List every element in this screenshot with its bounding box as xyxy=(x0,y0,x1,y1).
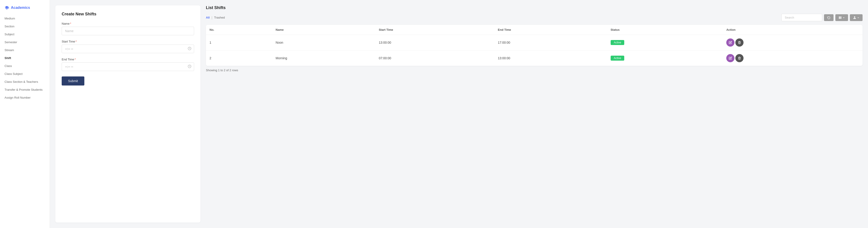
table-footer: Showing 1 to 2 of 2 rows xyxy=(206,66,863,73)
edit-button[interactable] xyxy=(726,38,735,47)
sidebar-item-medium[interactable]: Medium xyxy=(0,14,50,23)
submit-button[interactable]: Submit xyxy=(62,76,84,85)
sidebar-item-semester[interactable]: Semester xyxy=(0,38,50,46)
filter-links: All | Trashed xyxy=(206,16,225,20)
name-label: Name* xyxy=(62,22,194,25)
end-time-label: End Time* xyxy=(62,58,194,61)
col-header-end-time: End Time xyxy=(494,25,607,35)
sidebar-item-transfer-&-promote-students[interactable]: Transfer & Promote Students xyxy=(0,86,50,93)
status-badge: Active xyxy=(611,40,624,45)
name-input[interactable] xyxy=(62,27,194,35)
sidebar: Academics MediumSectionSubjectSemesterSt… xyxy=(0,0,50,228)
filter-all[interactable]: All xyxy=(206,16,210,19)
columns-icon xyxy=(839,16,842,19)
table-row: 1Noon13:00:0017:00:00Active xyxy=(206,35,863,50)
sidebar-item-class-subject[interactable]: Class Subject xyxy=(0,70,50,78)
export-button[interactable] xyxy=(850,14,863,21)
end-time-wrapper xyxy=(62,63,194,71)
export-icon xyxy=(853,16,856,19)
col-header-name: Name xyxy=(272,25,375,35)
search-box xyxy=(781,14,822,21)
start-time-wrapper xyxy=(62,45,194,53)
academics-icon xyxy=(4,5,9,10)
delete-button[interactable] xyxy=(735,38,744,47)
svg-rect-2 xyxy=(839,16,840,19)
sidebar-item-subject[interactable]: Subject xyxy=(0,30,50,38)
table-header: No.NameStart TimeEnd TimeStatusAction xyxy=(206,25,863,35)
status-badge: Active xyxy=(611,55,624,61)
sidebar-item-class-section-&-teachers[interactable]: Class Section & Teachers xyxy=(0,78,50,86)
edit-button[interactable] xyxy=(726,54,735,62)
filter-trashed[interactable]: Trashed xyxy=(214,16,225,19)
sidebar-item-section[interactable]: Section xyxy=(0,23,50,30)
end-time-input[interactable] xyxy=(62,63,194,71)
chevron-down-icon xyxy=(843,16,845,19)
start-time-input[interactable] xyxy=(62,45,194,53)
table-body: 1Noon13:00:0017:00:00Active2Morning07:00… xyxy=(206,35,863,66)
trash-icon xyxy=(738,56,741,60)
col-header-no.: No. xyxy=(206,25,272,35)
sidebar-item-stream[interactable]: Stream xyxy=(0,46,50,54)
start-time-label: Start Time* xyxy=(62,40,194,43)
sidebar-item-assign-roll-number[interactable]: Assign Roll Number xyxy=(0,93,50,102)
edit-icon xyxy=(729,41,732,44)
col-header-start-time: Start Time xyxy=(375,25,494,35)
columns-button[interactable] xyxy=(835,14,848,21)
start-time-form-group: Start Time* xyxy=(62,40,194,53)
col-header-status: Status xyxy=(607,25,723,35)
filter-separator: | xyxy=(212,16,213,20)
sidebar-item-shift[interactable]: Shift xyxy=(0,54,50,62)
refresh-icon xyxy=(827,16,830,19)
shifts-table: No.NameStart TimeEnd TimeStatusAction 1N… xyxy=(206,25,863,66)
chevron-down-icon-2 xyxy=(857,16,859,19)
form-title: Create New Shifts xyxy=(62,12,194,16)
trash-icon xyxy=(738,41,741,44)
table-row: 2Morning07:00:0013:00:00Active xyxy=(206,50,863,66)
list-toolbar: All | Trashed xyxy=(206,14,863,21)
create-form-panel: Create New Shifts Name* Start Time* xyxy=(55,5,200,223)
delete-button[interactable] xyxy=(735,54,744,62)
search-input[interactable] xyxy=(781,14,822,21)
sidebar-item-class[interactable]: Class xyxy=(0,62,50,70)
sidebar-header: Academics xyxy=(0,4,50,14)
svg-rect-3 xyxy=(840,16,841,19)
end-time-form-group: End Time* xyxy=(62,58,194,71)
refresh-button[interactable] xyxy=(824,14,834,21)
sidebar-title: Academics xyxy=(11,6,30,10)
main-content: Create New Shifts Name* Start Time* xyxy=(50,0,868,228)
name-form-group: Name* xyxy=(62,22,194,35)
list-title: List Shifts xyxy=(206,5,863,10)
col-header-action: Action xyxy=(723,25,863,35)
edit-icon xyxy=(729,56,732,60)
list-panel: List Shifts All | Trashed xyxy=(206,5,863,223)
